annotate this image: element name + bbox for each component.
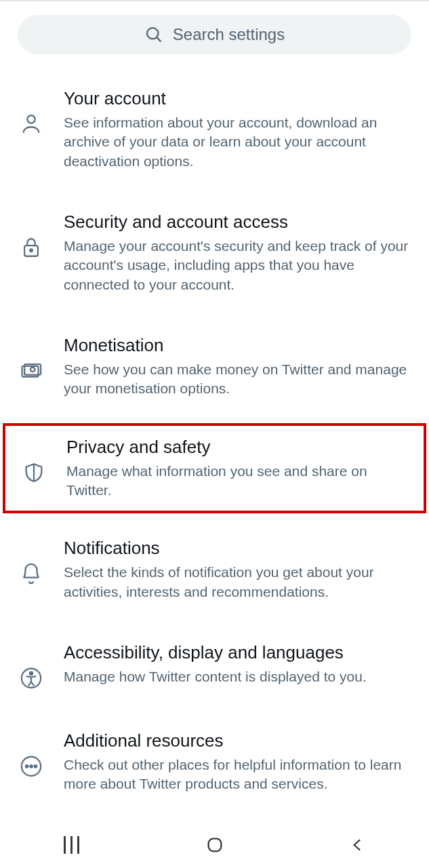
settings-row-title: Security and account access	[64, 212, 414, 233]
svg-point-13	[30, 765, 32, 767]
settings-row-monetisation[interactable]: Monetisation See how you can make money …	[0, 315, 429, 419]
search-settings-input[interactable]: Search settings	[18, 15, 411, 54]
settings-list: Your account See information about your …	[0, 61, 429, 814]
settings-row-title: Privacy and safety	[66, 437, 411, 458]
settings-row-security[interactable]: Security and account access Manage your …	[0, 191, 429, 315]
home-icon	[205, 835, 224, 854]
person-icon	[20, 113, 43, 136]
nav-home-button[interactable]	[174, 835, 256, 854]
more-icon	[20, 755, 43, 778]
svg-point-7	[30, 368, 35, 372]
svg-point-0	[147, 28, 158, 39]
money-icon	[20, 359, 43, 382]
back-icon	[349, 836, 367, 854]
settings-row-accessibility[interactable]: Accessibility, display and languages Man…	[0, 622, 429, 710]
settings-row-title: Additional resources	[64, 730, 414, 751]
svg-rect-15	[208, 839, 221, 852]
settings-row-desc: Check out other places for helpful infor…	[64, 755, 414, 794]
settings-row-desc: See how you can make money on Twitter an…	[64, 360, 414, 399]
svg-line-1	[157, 38, 161, 42]
settings-row-title: Monetisation	[64, 335, 414, 356]
svg-point-12	[26, 765, 28, 767]
settings-row-your-account[interactable]: Your account See information about your …	[0, 68, 429, 191]
svg-point-2	[27, 115, 35, 123]
settings-row-additional-resources[interactable]: Additional resources Check out other pla…	[0, 710, 429, 814]
lock-icon	[20, 236, 43, 259]
settings-row-notifications[interactable]: Notifications Select the kinds of notifi…	[0, 517, 429, 622]
settings-row-desc: Manage what information you see and shar…	[66, 462, 411, 500]
recents-icon	[64, 836, 79, 854]
settings-row-title: Accessibility, display and languages	[64, 642, 414, 663]
android-nav-bar	[0, 822, 429, 868]
settings-row-privacy-safety[interactable]: Privacy and safety Manage what informati…	[3, 423, 426, 514]
settings-row-title: Your account	[64, 88, 414, 109]
svg-point-14	[35, 765, 37, 767]
settings-row-desc: See information about your account, down…	[64, 113, 414, 171]
settings-row-desc: Select the kinds of notification you get…	[64, 563, 414, 601]
nav-back-button[interactable]	[317, 836, 399, 854]
accessibility-icon	[20, 667, 43, 690]
search-icon	[144, 25, 163, 44]
bell-icon	[20, 562, 43, 585]
settings-row-desc: Manage your account's security and keep …	[64, 237, 414, 294]
nav-recents-button[interactable]	[31, 836, 113, 854]
search-placeholder: Search settings	[173, 25, 285, 44]
settings-row-desc: Manage how Twitter content is displayed …	[64, 667, 414, 686]
svg-point-4	[30, 249, 33, 252]
settings-row-title: Notifications	[64, 538, 414, 559]
shield-icon	[22, 461, 45, 484]
svg-point-10	[30, 672, 33, 675]
